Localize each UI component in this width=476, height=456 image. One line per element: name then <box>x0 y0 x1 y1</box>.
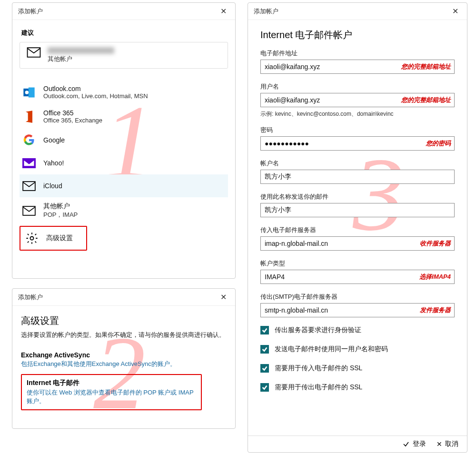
checkmark-icon <box>260 383 269 392</box>
outgoing-server-input[interactable] <box>260 303 455 317</box>
check-icon <box>402 440 410 448</box>
checkmark-icon <box>260 364 269 373</box>
option-exchange[interactable]: Exchange ActiveSync 包括Exchange和其他使用Excha… <box>21 351 227 368</box>
suggest-card[interactable]: 其他帐户 <box>20 42 228 69</box>
svg-rect-2 <box>29 87 35 97</box>
suggest-label: 建议 <box>21 29 228 37</box>
close-icon: ✕ <box>436 440 442 448</box>
panel-header: 添加帐户 ✕ <box>12 3 235 20</box>
sender-name-label: 使用此名称发送你的邮件 <box>260 193 455 201</box>
svg-rect-0 <box>28 48 40 57</box>
password-label: 密码 <box>260 126 455 134</box>
provider-outlook[interactable]: Outlook.comOutlook.com, Live.com, Hotmai… <box>20 80 228 104</box>
panel-title: 添加帐户 <box>18 293 43 302</box>
account-type-label: 帐户类型 <box>260 259 455 268</box>
svg-point-3 <box>25 91 29 94</box>
suggest-subtitle: 其他帐户 <box>48 55 114 63</box>
advanced-description: 选择要设置的帐户的类型。如果你不确定，请与你的服务提供商进行确认。 <box>21 330 227 340</box>
google-icon <box>22 133 36 147</box>
outlook-icon <box>22 86 36 99</box>
checkmark-icon <box>260 326 269 334</box>
svg-rect-5 <box>23 182 35 191</box>
form-footer: 登录 ✕ 取消 <box>248 436 467 452</box>
blurred-email <box>48 47 114 54</box>
sender-name-input[interactable] <box>260 203 455 217</box>
checkbox-same-credentials[interactable]: 发送电子邮件时使用同一用户名和密码 <box>260 345 455 354</box>
svg-rect-6 <box>23 206 35 215</box>
checkbox-smtp-auth[interactable]: 传出服务器要求进行身份验证 <box>260 326 455 334</box>
checkbox-ssl-incoming[interactable]: 需要用于传入电子邮件的 SSL <box>260 364 455 373</box>
close-icon[interactable]: ✕ <box>218 6 229 17</box>
login-button[interactable]: 登录 <box>402 440 426 448</box>
provider-icloud[interactable]: iCloud <box>20 174 228 197</box>
add-account-panel-advanced: 添加帐户 ✕ 2 高级设置 选择要设置的帐户的类型。如果你不确定，请与你的服务提… <box>12 288 236 429</box>
outgoing-server-label: 传出(SMTP)电子邮件服务器 <box>260 293 455 301</box>
account-name-label: 帐户名 <box>260 159 455 168</box>
option-internet-email[interactable]: Internet 电子邮件 使你可以在 Web 浏览器中查看电子邮件的 POP … <box>21 374 202 410</box>
panel-header: 添加帐户 ✕ <box>248 3 467 20</box>
account-type-select[interactable] <box>260 270 455 284</box>
incoming-server-label: 传入电子邮件服务器 <box>260 226 455 234</box>
provider-office365[interactable]: Office 365Office 365, Exchange <box>20 104 228 129</box>
yahoo-icon <box>22 156 36 170</box>
svg-point-7 <box>30 237 34 240</box>
email-label: 电子邮件地址 <box>260 49 455 58</box>
office-icon <box>22 110 36 123</box>
panel-title: 添加帐户 <box>18 7 43 16</box>
checkmark-icon <box>260 345 269 354</box>
email-input[interactable] <box>260 60 455 74</box>
panel-title: 添加帐户 <box>254 7 278 16</box>
checkbox-ssl-outgoing[interactable]: 需要用于传出电子邮件的 SSL <box>260 383 455 392</box>
incoming-server-input[interactable] <box>260 236 455 251</box>
username-input[interactable] <box>260 93 455 107</box>
mail-icon <box>22 204 36 217</box>
account-name-input[interactable] <box>260 170 455 184</box>
form-heading: Internet 电子邮件帐户 <box>260 29 455 41</box>
username-example: 示例: kevinc、kevinc@contoso.com、domain\kev… <box>260 110 455 118</box>
close-icon[interactable]: ✕ <box>218 292 229 303</box>
provider-other[interactable]: 其他帐户POP，IMAP <box>20 197 228 224</box>
password-input[interactable] <box>260 136 455 151</box>
internet-email-form-panel: 添加帐户 ✕ 3 Internet 电子邮件帐户 电子邮件地址 您的完整邮箱地址… <box>248 2 467 453</box>
provider-yahoo[interactable]: Yahoo! <box>20 152 228 174</box>
provider-google[interactable]: Google <box>20 129 228 152</box>
advanced-heading: 高级设置 <box>21 314 227 327</box>
provider-advanced[interactable]: 高级设置 <box>20 226 87 251</box>
username-label: 用户名 <box>260 82 455 91</box>
gear-icon <box>25 232 39 245</box>
add-account-panel-providers: 添加帐户 ✕ 1 建议 其他帐户 Outlook.comOutlook.com,… <box>12 2 236 279</box>
panel-header: 添加帐户 ✕ <box>12 289 235 306</box>
cancel-button[interactable]: ✕ 取消 <box>436 440 458 448</box>
close-icon[interactable]: ✕ <box>449 6 461 17</box>
mail-icon <box>22 179 36 193</box>
mail-icon <box>27 47 41 58</box>
